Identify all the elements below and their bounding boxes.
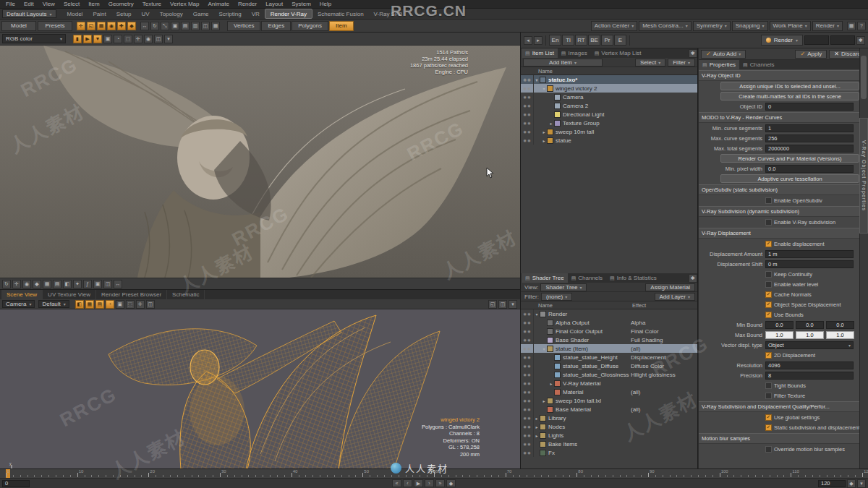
compare-icon[interactable]: ◫ [154,35,163,43]
visibility-eye-icon[interactable]: ◉ ◉ [521,396,534,405]
displacement-amount-field[interactable]: 1 m [765,250,854,258]
visibility-eye-icon[interactable]: ◉ ◉ [521,370,534,379]
scrollbar-thumb[interactable] [861,56,867,99]
visibility-eye-icon[interactable]: ◉ ◉ [521,414,534,422]
view-options-icon[interactable]: ▾ [509,300,517,309]
enable-water-level-checkbox[interactable] [765,281,772,288]
visibility-eye-icon[interactable]: ◉ ◉ [521,318,534,327]
layout-tab-uv[interactable]: UV [137,8,155,20]
properties-scrollbar[interactable] [859,48,868,468]
wire-tab-scene-view[interactable]: Scene View [1,290,43,299]
duplicate-tool-icon[interactable]: ▤ [181,22,190,30]
select-button[interactable]: Select ▾ [635,59,665,67]
visibility-eye-icon[interactable]: ◉ ◉ [521,379,534,388]
visibility-eye-icon[interactable]: ◉ ◉ [521,93,534,101]
visibility-eye-icon[interactable]: ◉ ◉ [521,431,534,440]
dropdown-symmetry[interactable]: Symmetry▾ [693,21,731,31]
array-tool-icon[interactable]: ▦ [211,22,220,30]
menu-layout[interactable]: Layout [261,1,287,7]
progressive-icon[interactable]: ◔ [114,35,122,43]
resolution-field[interactable]: 4096 [765,361,854,369]
2d-displacement-checkbox[interactable]: ✓ [765,352,772,359]
undo-icon[interactable]: ◂ [524,36,532,45]
visibility-eye-icon[interactable]: ◉ ◉ [521,422,534,431]
help-icon[interactable]: ? [857,22,866,30]
maximize-view-icon[interactable]: ◱ [488,300,497,309]
mode-polygons[interactable]: Polygons [292,21,328,31]
max-curve-segments-field[interactable]: 256 [765,134,854,142]
tree-row-alpha-output[interactable]: ◉ ◉Alpha OutputAlpha [521,318,697,327]
rotate-view-icon[interactable]: ↻ [2,280,11,288]
vray-object-properties-tab[interactable]: V-Ray Object Properties [859,118,868,234]
fx-toggle-icon[interactable]: ƒ [83,280,92,288]
visibility-eye-icon[interactable]: ◉ ◉ [521,75,534,84]
static-subdivision-and-displacement-checkbox[interactable]: ✓ [765,424,772,431]
filter-button[interactable]: Filter ▾ [668,59,695,67]
redo-icon[interactable]: ▸ [534,36,542,45]
layout-tab-model[interactable]: Model [62,8,88,20]
wire-tab-uv-texture-view[interactable]: UV Texture View [43,290,96,299]
tree-row-statue-item[interactable]: ◉ ◉▾statue (Item)(all) [521,344,697,353]
object-id-field[interactable]: 0 [765,103,854,111]
expand-arrow-icon[interactable]: ▾ [541,346,547,351]
prev-frame-button[interactable]: ‹ [403,479,412,487]
section-v-ray-subdivision-and-displacement-quality-perfor[interactable]: V-Ray Subdivision and Displacement Quali… [699,401,859,412]
region-icon[interactable]: ⬚ [124,35,132,43]
tree-row-statue-statue-height[interactable]: ◉ ◉statue_statue_HeightDisplacement [521,353,697,361]
dropdown-snapping[interactable]: Snapping▾ [732,21,768,31]
shade-mode-icon[interactable]: ◧ [63,280,72,288]
visibility-eye-icon[interactable]: ◉ ◉ [521,327,534,335]
tree-row-texture-group[interactable]: ◉ ◉▸Texture Group [521,119,697,127]
min-pixel-width-field[interactable]: 0.0 [765,165,854,173]
tree-row-lights[interactable]: ◉ ◉▸Lights [521,431,697,440]
dropdown-action-center[interactable]: Action Center▾ [591,21,637,31]
min-bound-2-field[interactable]: 0.0 [826,321,854,329]
tab-vertex-map-list[interactable]: ▤Vertex Map List [591,48,645,58]
tab-item-list[interactable]: ▤Item List [522,48,558,58]
expand-arrow-icon[interactable]: ▸ [541,129,547,134]
expand-arrow-icon[interactable]: ▸ [534,424,540,429]
lasso-select-icon[interactable]: ◱ [87,22,95,30]
adaptive-curve-tessellation-button[interactable]: Adaptive curve tessellation [720,174,859,183]
save-image-icon[interactable]: ▼ [93,35,102,43]
sync-toggle-icon[interactable]: ↔ [114,280,122,288]
min-curve-segments-field[interactable]: 1 [765,124,854,132]
vray-settings-icon[interactable]: ✱ [856,36,865,45]
wire-tab-render-preset-browser[interactable]: Render Preset Browser [96,290,167,299]
expand-arrow-icon[interactable]: ▸ [534,416,540,421]
menu-item[interactable]: Item [84,1,104,7]
displacement-shift-field[interactable]: 0 m [765,260,854,268]
reflection-toggle-icon[interactable]: ◔ [106,300,114,309]
visibility-eye-icon[interactable]: ◉ ◉ [521,84,534,93]
tree-row-material[interactable]: ◉ ◉Material(all) [521,388,697,396]
element-select-icon[interactable]: ◉ [107,22,116,30]
tight-bounds-checkbox[interactable] [765,382,772,389]
wireframe-canvas[interactable]: winged victory 2Polygons : CatmullClarkC… [0,309,520,469]
layout-tab-scripting[interactable]: Scripting [214,8,247,20]
menu-view[interactable]: View [38,1,59,7]
split-view-icon[interactable]: ◫ [498,300,507,309]
expand-arrow-icon[interactable]: ▾ [541,86,547,91]
current-frame-field[interactable]: 0 [2,480,30,487]
layout-tab-paint[interactable]: Paint [88,8,111,20]
enable-opensubdiv-checkbox[interactable] [765,197,772,204]
visibility-eye-icon[interactable]: ◉ ◉ [521,388,534,396]
tab-channels[interactable]: ▤Channels [568,273,606,283]
tree-row-base-material[interactable]: ◉ ◉Base Material(all) [521,405,697,414]
tree-row-statue-lxo[interactable]: ◉ ◉▾statue.lxo* [521,75,697,84]
grid-toggle-icon[interactable]: ▣ [116,300,124,309]
menu-system[interactable]: System [287,1,315,7]
tab-info-statistics[interactable]: ▤Info & Statistics [606,273,660,283]
shader-view-dropdown[interactable]: Shader Tree ▾ [540,283,587,291]
scale-tool-icon[interactable]: ⤡ [161,22,169,30]
rotate-tool-icon[interactable]: ↻ [150,22,159,30]
menu-file[interactable]: File [1,1,20,7]
visibility-eye-icon[interactable]: ◉ ◉ [521,110,534,119]
channel-dropdown[interactable]: RGB color ▾ [2,34,66,43]
preview-pause-icon[interactable]: ▮ [73,35,82,43]
auto-select-icon[interactable]: ✛ [77,22,85,30]
visibility-eye-icon[interactable]: ◉ ◉ [521,405,534,414]
min-bound-1-field[interactable]: 0.0 [796,321,824,329]
section-motion-blur-samples[interactable]: Motion blur samples [699,433,859,444]
instance-tool-icon[interactable]: ▥ [191,22,200,30]
